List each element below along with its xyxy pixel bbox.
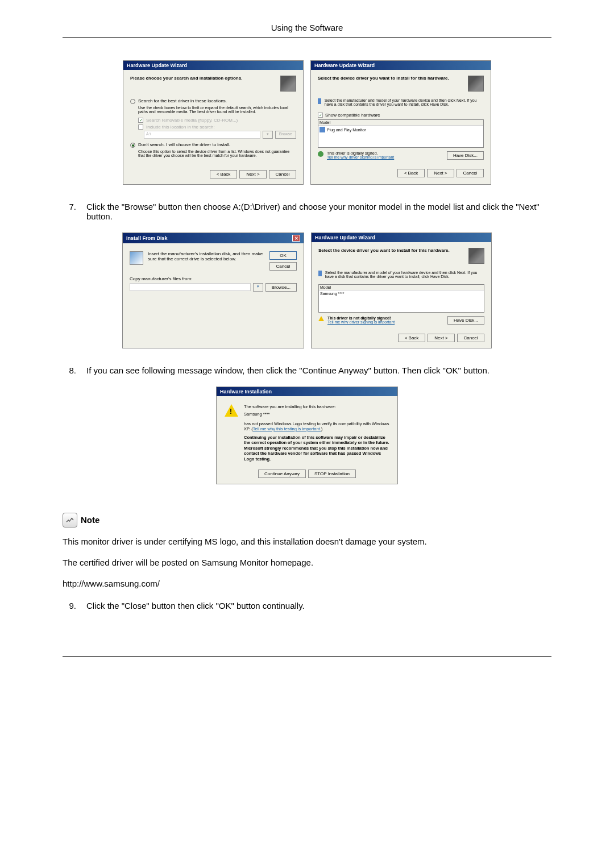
dialog-titlebar: Hardware Update Wizard [123,61,303,70]
back-button[interactable]: < Back [210,170,237,178]
chk-show-compatible[interactable]: ✓ [318,113,323,118]
not-signed-text: This driver is not digitally signed! [327,316,395,320]
dialog-titlebar: Hardware Update Wizard [312,233,491,242]
copy-path-input[interactable] [130,283,251,291]
note-p1: This monitor driver is under certifying … [63,535,551,547]
model-name: Plug and Play Monitor [327,128,366,132]
hardware-wizard-select-driver-samsung: Hardware Update Wizard Select the device… [311,232,492,348]
back-button[interactable]: < Back [397,169,425,177]
dropdown-button[interactable]: ▾ [263,131,273,139]
model-header: Model [318,120,483,126]
hardware-installation-dialog: Hardware Installation The software you a… [216,387,398,484]
dropdown-button[interactable]: ▾ [253,283,263,292]
cancel-button[interactable]: Cancel [269,170,296,178]
chk-label: Show compatible hardware [325,113,380,118]
next-button[interactable]: Next > [427,169,454,177]
driver-icon [318,98,321,104]
dialog-titlebar: Install From Disk ✕ [123,233,304,243]
have-disk-button[interactable]: Have Disk... [447,316,484,325]
driver-icon [318,271,322,276]
note-url: http://www.samsung.com/ [63,578,551,589]
wizard-icon [468,248,484,264]
radio-dont-search[interactable] [130,143,135,148]
wizard-icon [468,76,484,92]
next-button[interactable]: Next > [428,334,455,342]
step-body: If you can see following message window,… [86,366,489,375]
step-body: Click the "Browse" button then choose A:… [86,202,551,221]
stop-installation-button[interactable]: STOP Installation [308,470,356,478]
browse-button[interactable]: Browse [275,131,296,139]
step-8: 8. If you can see following message wind… [63,366,551,375]
radio1-desc: Use the check boxes below to limit or ex… [138,106,296,114]
model-listbox[interactable]: Model Samsung **** [318,284,484,313]
chk-label: Search removable media (floppy, CD-ROM..… [146,118,238,123]
list-item[interactable]: Plug and Play Monitor [320,127,482,132]
note-heading: Note [63,513,551,528]
hardware-wizard-select-driver: Hardware Update Wizard Select the device… [310,60,491,185]
copy-label: Copy manufacturer's files from: [130,276,297,281]
cancel-button[interactable]: Cancel [457,334,484,342]
signing-link[interactable]: Tell me why driver signing is important [327,155,394,159]
dialog-title: Hardware Installation [220,389,272,394]
wizard-desc: Select the manufacturer and model of you… [325,98,484,106]
hw-logo-test: has not passed Windows Logo testing to v… [244,421,389,431]
wizard-heading: Select the device driver you want to ins… [318,76,463,81]
radio-search-locations[interactable] [130,99,135,104]
ok-button[interactable]: OK [269,251,297,260]
wizard-desc: Select the manufacturer and model of you… [325,271,484,279]
dialog-title: Hardware Update Wizard [315,235,375,240]
have-disk-button[interactable]: Have Disk... [447,151,484,160]
next-button[interactable]: Next > [239,170,267,178]
note-label: Note [81,515,99,525]
model-listbox[interactable]: Model Plug and Play Monitor [318,119,484,148]
model-header: Model [319,285,484,290]
dialog-row-2: Install From Disk ✕ Insert the manufactu… [63,232,551,348]
install-text: Insert the manufacturer's installation d… [148,251,265,271]
browse-button[interactable]: Browse... [265,283,297,292]
install-from-disk-dialog: Install From Disk ✕ Insert the manufactu… [122,232,304,348]
wizard-icon [280,76,296,92]
chk-removable-media[interactable]: ✓ [138,118,143,123]
logo-test-link[interactable]: Tell me why this testing is important. [253,426,321,431]
cancel-button[interactable]: Cancel [269,262,297,271]
note-p2: The certified driver will be posted on S… [63,556,551,568]
path-input[interactable]: A:\ [144,131,260,139]
dialog-title: Install From Disk [126,235,168,241]
monitor-icon [320,127,325,132]
signed-icon [318,151,323,157]
hardware-wizard-search-options: Hardware Update Wizard Please choose you… [123,60,304,185]
wizard-heading: Select the device driver you want to ins… [318,248,464,253]
dialog-titlebar: Hardware Installation [217,387,397,396]
note-icon [63,513,77,528]
continue-anyway-button[interactable]: Continue Anyway [258,470,306,478]
signing-link[interactable]: Tell me why driver signing is important [327,320,395,324]
header-divider [63,37,551,38]
signed-text: This driver is digitally signed. [327,151,394,155]
step-body: Click the "Close" button then click "OK"… [86,601,305,610]
cancel-button[interactable]: Cancel [457,169,484,177]
chk-label: Include this location in the search: [146,124,215,130]
chk-include-location[interactable] [138,124,143,130]
step-9: 9. Click the "Close" button then click "… [63,601,551,610]
warn-icon [318,316,324,321]
warning-icon [225,404,238,417]
dialog-title: Hardware Update Wizard [127,63,187,68]
hw-bold-warning: Continuing your installation of this sof… [244,435,389,462]
list-item[interactable]: Samsung **** [320,292,483,296]
close-icon[interactable]: ✕ [292,235,300,242]
back-button[interactable]: < Back [398,334,425,342]
page-header: Using the Software [63,23,551,32]
dialog-row-1: Hardware Update Wizard Please choose you… [63,60,551,185]
hw-line1: The software you are installing for this… [244,404,389,409]
dialog-title: Hardware Update Wizard [314,63,375,68]
dialog-titlebar: Hardware Update Wizard [311,61,491,70]
model-name: Samsung **** [320,292,344,296]
radio-label: Search for the best driver in these loca… [138,98,227,103]
step-number: 8. [63,366,76,375]
step-7: 7. Click the "Browse" button then choose… [63,202,551,221]
step-number: 7. [63,202,76,221]
hw-device: Samsung **** [244,412,389,417]
radio2-desc: Choose this option to select the device … [138,149,296,157]
step-number: 9. [63,601,76,610]
wizard-heading: Please choose your search and installati… [130,76,276,81]
